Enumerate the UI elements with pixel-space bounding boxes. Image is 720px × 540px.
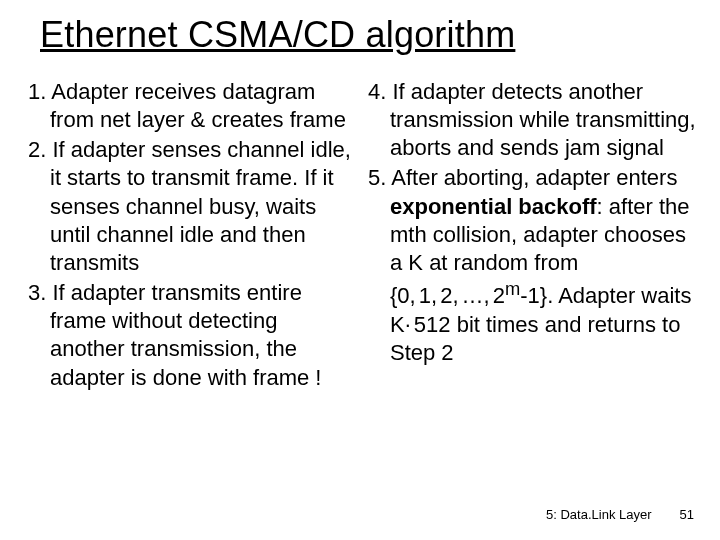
step-5-lead: 5. After aborting, adapter enters: [368, 165, 677, 190]
step-4: 4. If adapter detects another transmissi…: [368, 78, 696, 162]
content-columns: 1. Adapter receives datagram from net la…: [28, 78, 696, 394]
page-number: 51: [680, 507, 694, 522]
left-column: 1. Adapter receives datagram from net la…: [28, 78, 356, 394]
step-2: 2. If adapter senses channel idle, it st…: [28, 136, 356, 277]
slide: Ethernet CSMA/CD algorithm 1. Adapter re…: [0, 0, 720, 540]
step-1: 1. Adapter receives datagram from net la…: [28, 78, 356, 134]
step-5-term: exponential backoff: [390, 194, 597, 219]
step-3: 3. If adapter transmits entire frame wit…: [28, 279, 356, 392]
step-5: 5. After aborting, adapter enters expone…: [368, 164, 696, 366]
page-title: Ethernet CSMA/CD algorithm: [40, 14, 515, 56]
right-column: 4. If adapter detects another transmissi…: [368, 78, 696, 394]
step-5-exp: m: [505, 278, 520, 299]
footer: 5: Data.Link Layer 51: [546, 507, 694, 522]
footer-label: 5: Data.Link Layer: [546, 507, 652, 522]
